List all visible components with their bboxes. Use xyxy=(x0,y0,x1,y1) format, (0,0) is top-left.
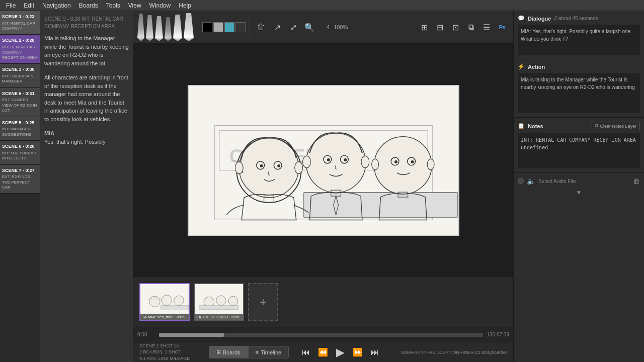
menu-window[interactable]: Window xyxy=(145,1,175,10)
toolbar: 🗑 ↗ ⤢ 🔍 4 100% ⊞ ⊟ ⊡ ⧉ ☰ Ps xyxy=(133,11,513,44)
scene-item-2[interactable]: SCENE 2 - 0:28 INT: RENTAL CAR COMPANY R… xyxy=(0,35,40,64)
audio-section: 🔈 Select Audio File 🗑 xyxy=(514,173,644,189)
layers-btn[interactable]: ⧉ xyxy=(464,20,478,34)
scene-item-6[interactable]: SCENE 6 - 0:31 EXT: CLOSER VIEW OF R2-D2… xyxy=(0,88,40,117)
audio-select-label[interactable]: Select Audio File xyxy=(538,178,630,184)
notes-icon: 📋 xyxy=(518,123,525,129)
svg-rect-45 xyxy=(199,306,238,310)
svg-point-26 xyxy=(374,136,431,194)
pencil-2[interactable] xyxy=(146,15,153,41)
dialogue-text[interactable]: MIA: Yes, that's right. Possibly quite a… xyxy=(518,25,640,55)
play-btn[interactable]: ▶ xyxy=(333,344,348,361)
clear-notes-btn[interactable]: ⧉ Clear Notes Layer xyxy=(592,122,640,130)
color-dgray[interactable] xyxy=(235,22,246,32)
script-line: Yes, that's right. Possibly xyxy=(44,138,129,146)
dialogue-title: Dialogue xyxy=(528,16,551,22)
delete-btn[interactable]: 🗑 xyxy=(254,20,268,34)
menu-navigation[interactable]: Navigation xyxy=(38,1,75,10)
boards-icon: ⊞ xyxy=(216,349,221,355)
thumbnail-1[interactable]: CAR RENT 1A MIA: Yes, that'...0:05 xyxy=(139,283,190,321)
audio-dropdown-btn[interactable]: ▼ xyxy=(576,189,582,196)
transport-bar: SCENE 2 SHOT 1A 2 BOARDS, 1 SHOT 9.1 AVG… xyxy=(133,342,513,362)
pencil-tools xyxy=(137,13,194,41)
dialogue-header: 💬 Dialogue // about 45 seconds xyxy=(518,15,640,22)
pencil-3[interactable] xyxy=(155,16,163,41)
action-section: ⚡ Action Mia is talking to the Manager w… xyxy=(514,59,644,118)
timeline-view-btn[interactable]: ☰ xyxy=(479,20,494,34)
menu-view[interactable]: View xyxy=(124,1,145,10)
skip-back-btn[interactable]: ⏮ xyxy=(299,346,313,359)
audio-record-btn[interactable] xyxy=(518,178,524,184)
scene-item-6b[interactable]: SCENE 6 - 0:20 INT: THE TOURIST INTELLEC… xyxy=(0,141,40,164)
color-black[interactable] xyxy=(202,22,212,32)
audio-delete-btn[interactable]: 🗑 xyxy=(633,177,640,185)
layer-num: 4 xyxy=(327,24,330,30)
right-panel: 💬 Dialogue // about 45 seconds MIA: Yes,… xyxy=(513,11,644,362)
shot-info-line1: SCENE 2 SHOT 1A xyxy=(139,343,190,349)
scene-7-num: SCENE 7 - 0:27 xyxy=(2,168,38,174)
color-lgray[interactable] xyxy=(213,22,223,32)
fast-forward-btn[interactable]: ⏩ xyxy=(350,345,366,359)
menu-edit[interactable]: Edit xyxy=(20,1,38,10)
transform-btn[interactable]: ⤢ xyxy=(286,20,300,34)
zoom-level: 100% xyxy=(334,24,348,30)
pencil-4[interactable] xyxy=(165,17,172,41)
pencil-1[interactable] xyxy=(137,14,144,41)
notes-section: 📋 Notes ⧉ Clear Notes Layer INT: RENTAL … xyxy=(514,118,644,173)
skip-forward-btn[interactable]: ⏭ xyxy=(368,346,382,359)
svg-point-10 xyxy=(239,138,298,197)
status-info: Scene-2-INT--RE...CEPTION-AREA-C2.storyb… xyxy=(400,350,507,355)
scene-3-desc: INT: UNCERTAIN MANAGER xyxy=(2,74,38,84)
svg-point-22 xyxy=(344,158,347,161)
scene-2-desc: INT: RENTAL CAR COMPANY RECEPTION AREA xyxy=(2,45,38,60)
scene-item-5[interactable]: SCENE 5 - 0:25 INT: MANAGER SUGGESTIONS xyxy=(0,117,40,141)
notes-header: 📋 Notes ⧉ Clear Notes Layer xyxy=(518,122,640,130)
dialogue-icon: 💬 xyxy=(518,15,525,22)
pencil-6[interactable] xyxy=(184,13,194,41)
thumbnail-2[interactable]: 2A THE TOURIST...0:28 xyxy=(194,283,244,321)
pencil-5[interactable] xyxy=(173,15,182,41)
scene-2-num: SCENE 2 - 0:28 xyxy=(2,38,38,44)
action-text[interactable]: Mia is talking to the Manager while the … xyxy=(518,73,640,113)
notes-title-text: Notes xyxy=(528,123,543,129)
scene-6b-desc: INT: THE TOURIST INTELLECTS xyxy=(2,151,38,161)
layer-icon: ⧉ xyxy=(595,123,598,129)
select-btn[interactable]: ↗ xyxy=(270,20,284,34)
scene-6-desc: EXT: CLOSER VIEW OF R2-D2 IN LOT. xyxy=(2,98,38,113)
scene-item-1[interactable]: SCENE 1 - 0:23 INT: RENTAL CAR COMPANY xyxy=(0,11,40,35)
transport-controls: ⏮ ⏪ ▶ ⏩ ⏭ xyxy=(299,344,382,361)
grid-view3-btn[interactable]: ⊡ xyxy=(448,20,462,34)
search-btn[interactable]: 🔍 xyxy=(302,20,316,34)
scene-item-3[interactable]: SCENE 3 - 0:30 INT: UNCERTAIN MANAGER xyxy=(0,64,40,87)
dialogue-subtitle: // about 45 seconds xyxy=(554,16,598,21)
timeline-label: Timeline xyxy=(261,349,281,355)
color-swatches xyxy=(202,22,246,32)
script-panel: SCENE 2 - 0:28 INT: RENTAL CAR COMPANY R… xyxy=(40,11,133,362)
storyboard-frame[interactable]: CAR RENT xyxy=(188,85,459,236)
timeline-tab[interactable]: ≡ Timeline xyxy=(248,346,289,358)
menu-boards[interactable]: Boards xyxy=(75,1,102,10)
add-thumbnail-btn[interactable]: + xyxy=(248,283,278,321)
right-toolbar-icons: ⊞ ⊟ ⊡ ⧉ ☰ Ps xyxy=(417,20,509,34)
menu-help[interactable]: Help xyxy=(175,1,195,10)
ps-btn[interactable]: Ps xyxy=(495,20,509,34)
menu-file[interactable]: File xyxy=(2,1,20,10)
scene-item-7[interactable]: SCENE 7 - 0:27 EXT: R2 FINDS THE PERFECT… xyxy=(0,165,40,194)
grid-view2-btn[interactable]: ⊟ xyxy=(433,20,447,34)
color-teal[interactable] xyxy=(224,22,234,32)
timeline-track[interactable] xyxy=(159,333,483,337)
scene-3-num: SCENE 3 - 0:30 xyxy=(2,67,38,73)
scene-7-desc: EXT: R2 FINDS THE PERFECT CAR xyxy=(2,174,38,190)
thumbnails-bar: CAR RENT 1A MIA: Yes, that'...0:05 2A TH… xyxy=(133,277,513,327)
grid-view-btn[interactable]: ⊞ xyxy=(417,20,431,34)
notes-title-group: 📋 Notes xyxy=(518,123,543,129)
rewind-btn[interactable]: ⏪ xyxy=(315,345,331,359)
notes-text[interactable]: INT: RENTAL CAR COMPANY RECEPTION AREA u… xyxy=(518,133,640,168)
action-title: Action xyxy=(528,64,545,70)
timeline-progress xyxy=(159,333,224,337)
boards-tab[interactable]: ⊞ Boards xyxy=(209,346,248,358)
timeline-icon: ≡ xyxy=(256,349,259,355)
svg-point-13 xyxy=(260,164,263,167)
menu-tools[interactable]: Tools xyxy=(102,1,124,10)
drawing-canvas: CAR RENT xyxy=(133,44,513,277)
